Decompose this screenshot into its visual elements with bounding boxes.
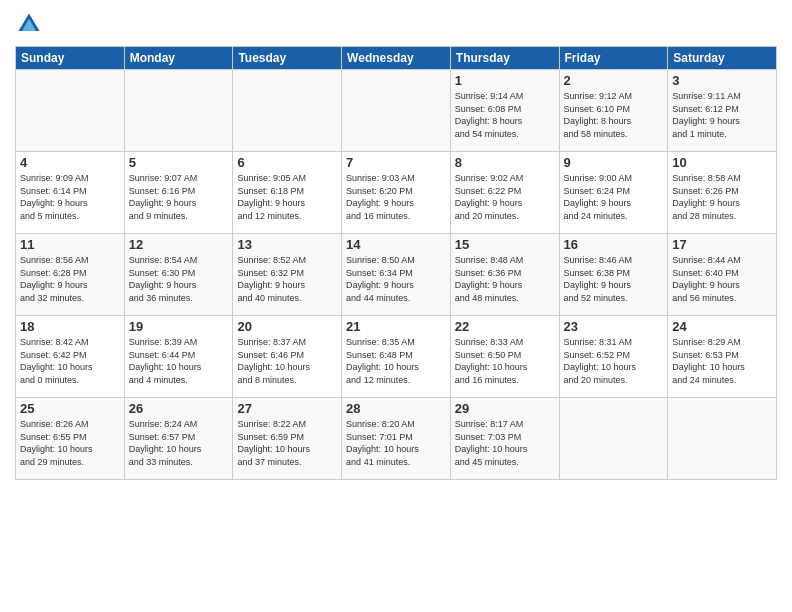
- day-number: 15: [455, 237, 555, 252]
- calendar-cell: 15Sunrise: 8:48 AM Sunset: 6:36 PM Dayli…: [450, 234, 559, 316]
- col-header-saturday: Saturday: [668, 47, 777, 70]
- day-number: 14: [346, 237, 446, 252]
- calendar-cell: 27Sunrise: 8:22 AM Sunset: 6:59 PM Dayli…: [233, 398, 342, 480]
- day-number: 9: [564, 155, 664, 170]
- day-number: 12: [129, 237, 229, 252]
- calendar-cell: 24Sunrise: 8:29 AM Sunset: 6:53 PM Dayli…: [668, 316, 777, 398]
- calendar-cell: [559, 398, 668, 480]
- col-header-tuesday: Tuesday: [233, 47, 342, 70]
- col-header-friday: Friday: [559, 47, 668, 70]
- day-number: 13: [237, 237, 337, 252]
- day-info: Sunrise: 9:05 AM Sunset: 6:18 PM Dayligh…: [237, 172, 337, 222]
- day-number: 20: [237, 319, 337, 334]
- calendar-cell: 4Sunrise: 9:09 AM Sunset: 6:14 PM Daylig…: [16, 152, 125, 234]
- day-info: Sunrise: 8:44 AM Sunset: 6:40 PM Dayligh…: [672, 254, 772, 304]
- day-number: 7: [346, 155, 446, 170]
- day-info: Sunrise: 8:33 AM Sunset: 6:50 PM Dayligh…: [455, 336, 555, 386]
- day-info: Sunrise: 8:58 AM Sunset: 6:26 PM Dayligh…: [672, 172, 772, 222]
- header: [15, 10, 777, 38]
- calendar-week-row: 4Sunrise: 9:09 AM Sunset: 6:14 PM Daylig…: [16, 152, 777, 234]
- day-number: 26: [129, 401, 229, 416]
- day-number: 17: [672, 237, 772, 252]
- day-info: Sunrise: 8:20 AM Sunset: 7:01 PM Dayligh…: [346, 418, 446, 468]
- calendar-week-row: 1Sunrise: 9:14 AM Sunset: 6:08 PM Daylig…: [16, 70, 777, 152]
- day-info: Sunrise: 9:12 AM Sunset: 6:10 PM Dayligh…: [564, 90, 664, 140]
- page: SundayMondayTuesdayWednesdayThursdayFrid…: [0, 0, 792, 612]
- calendar-cell: 20Sunrise: 8:37 AM Sunset: 6:46 PM Dayli…: [233, 316, 342, 398]
- day-number: 4: [20, 155, 120, 170]
- day-info: Sunrise: 8:50 AM Sunset: 6:34 PM Dayligh…: [346, 254, 446, 304]
- calendar-cell: 21Sunrise: 8:35 AM Sunset: 6:48 PM Dayli…: [342, 316, 451, 398]
- calendar-cell: 19Sunrise: 8:39 AM Sunset: 6:44 PM Dayli…: [124, 316, 233, 398]
- day-info: Sunrise: 9:11 AM Sunset: 6:12 PM Dayligh…: [672, 90, 772, 140]
- calendar-cell: 5Sunrise: 9:07 AM Sunset: 6:16 PM Daylig…: [124, 152, 233, 234]
- day-info: Sunrise: 9:07 AM Sunset: 6:16 PM Dayligh…: [129, 172, 229, 222]
- col-header-thursday: Thursday: [450, 47, 559, 70]
- calendar-cell: 13Sunrise: 8:52 AM Sunset: 6:32 PM Dayli…: [233, 234, 342, 316]
- calendar-cell: 9Sunrise: 9:00 AM Sunset: 6:24 PM Daylig…: [559, 152, 668, 234]
- day-number: 19: [129, 319, 229, 334]
- day-info: Sunrise: 8:54 AM Sunset: 6:30 PM Dayligh…: [129, 254, 229, 304]
- calendar-cell: 16Sunrise: 8:46 AM Sunset: 6:38 PM Dayli…: [559, 234, 668, 316]
- calendar-cell: 12Sunrise: 8:54 AM Sunset: 6:30 PM Dayli…: [124, 234, 233, 316]
- calendar-cell: [124, 70, 233, 152]
- day-info: Sunrise: 8:56 AM Sunset: 6:28 PM Dayligh…: [20, 254, 120, 304]
- day-number: 24: [672, 319, 772, 334]
- day-info: Sunrise: 9:02 AM Sunset: 6:22 PM Dayligh…: [455, 172, 555, 222]
- day-number: 11: [20, 237, 120, 252]
- day-number: 1: [455, 73, 555, 88]
- day-number: 3: [672, 73, 772, 88]
- col-header-wednesday: Wednesday: [342, 47, 451, 70]
- calendar-week-row: 25Sunrise: 8:26 AM Sunset: 6:55 PM Dayli…: [16, 398, 777, 480]
- logo-icon: [15, 10, 43, 38]
- day-info: Sunrise: 8:31 AM Sunset: 6:52 PM Dayligh…: [564, 336, 664, 386]
- calendar-cell: 22Sunrise: 8:33 AM Sunset: 6:50 PM Dayli…: [450, 316, 559, 398]
- calendar-cell: 1Sunrise: 9:14 AM Sunset: 6:08 PM Daylig…: [450, 70, 559, 152]
- day-number: 21: [346, 319, 446, 334]
- day-info: Sunrise: 8:26 AM Sunset: 6:55 PM Dayligh…: [20, 418, 120, 468]
- day-info: Sunrise: 9:03 AM Sunset: 6:20 PM Dayligh…: [346, 172, 446, 222]
- day-number: 25: [20, 401, 120, 416]
- day-info: Sunrise: 8:24 AM Sunset: 6:57 PM Dayligh…: [129, 418, 229, 468]
- calendar-cell: [668, 398, 777, 480]
- day-number: 16: [564, 237, 664, 252]
- calendar-week-row: 11Sunrise: 8:56 AM Sunset: 6:28 PM Dayli…: [16, 234, 777, 316]
- col-header-monday: Monday: [124, 47, 233, 70]
- calendar-table: SundayMondayTuesdayWednesdayThursdayFrid…: [15, 46, 777, 480]
- day-info: Sunrise: 9:00 AM Sunset: 6:24 PM Dayligh…: [564, 172, 664, 222]
- day-number: 5: [129, 155, 229, 170]
- day-number: 10: [672, 155, 772, 170]
- calendar-cell: 18Sunrise: 8:42 AM Sunset: 6:42 PM Dayli…: [16, 316, 125, 398]
- calendar-cell: 14Sunrise: 8:50 AM Sunset: 6:34 PM Dayli…: [342, 234, 451, 316]
- col-header-sunday: Sunday: [16, 47, 125, 70]
- day-number: 2: [564, 73, 664, 88]
- day-info: Sunrise: 8:39 AM Sunset: 6:44 PM Dayligh…: [129, 336, 229, 386]
- calendar-cell: 23Sunrise: 8:31 AM Sunset: 6:52 PM Dayli…: [559, 316, 668, 398]
- calendar-cell: [342, 70, 451, 152]
- day-info: Sunrise: 9:09 AM Sunset: 6:14 PM Dayligh…: [20, 172, 120, 222]
- day-info: Sunrise: 8:35 AM Sunset: 6:48 PM Dayligh…: [346, 336, 446, 386]
- calendar-cell: 28Sunrise: 8:20 AM Sunset: 7:01 PM Dayli…: [342, 398, 451, 480]
- calendar-cell: 3Sunrise: 9:11 AM Sunset: 6:12 PM Daylig…: [668, 70, 777, 152]
- day-number: 8: [455, 155, 555, 170]
- calendar-header-row: SundayMondayTuesdayWednesdayThursdayFrid…: [16, 47, 777, 70]
- logo: [15, 10, 47, 38]
- calendar-cell: 2Sunrise: 9:12 AM Sunset: 6:10 PM Daylig…: [559, 70, 668, 152]
- calendar-week-row: 18Sunrise: 8:42 AM Sunset: 6:42 PM Dayli…: [16, 316, 777, 398]
- day-number: 6: [237, 155, 337, 170]
- day-info: Sunrise: 8:37 AM Sunset: 6:46 PM Dayligh…: [237, 336, 337, 386]
- calendar-cell: [233, 70, 342, 152]
- calendar-cell: [16, 70, 125, 152]
- day-info: Sunrise: 8:48 AM Sunset: 6:36 PM Dayligh…: [455, 254, 555, 304]
- day-info: Sunrise: 8:17 AM Sunset: 7:03 PM Dayligh…: [455, 418, 555, 468]
- calendar-cell: 7Sunrise: 9:03 AM Sunset: 6:20 PM Daylig…: [342, 152, 451, 234]
- day-number: 27: [237, 401, 337, 416]
- calendar-cell: 10Sunrise: 8:58 AM Sunset: 6:26 PM Dayli…: [668, 152, 777, 234]
- day-number: 22: [455, 319, 555, 334]
- calendar-cell: 11Sunrise: 8:56 AM Sunset: 6:28 PM Dayli…: [16, 234, 125, 316]
- calendar-cell: 25Sunrise: 8:26 AM Sunset: 6:55 PM Dayli…: [16, 398, 125, 480]
- day-number: 29: [455, 401, 555, 416]
- day-info: Sunrise: 8:52 AM Sunset: 6:32 PM Dayligh…: [237, 254, 337, 304]
- day-info: Sunrise: 8:22 AM Sunset: 6:59 PM Dayligh…: [237, 418, 337, 468]
- day-info: Sunrise: 9:14 AM Sunset: 6:08 PM Dayligh…: [455, 90, 555, 140]
